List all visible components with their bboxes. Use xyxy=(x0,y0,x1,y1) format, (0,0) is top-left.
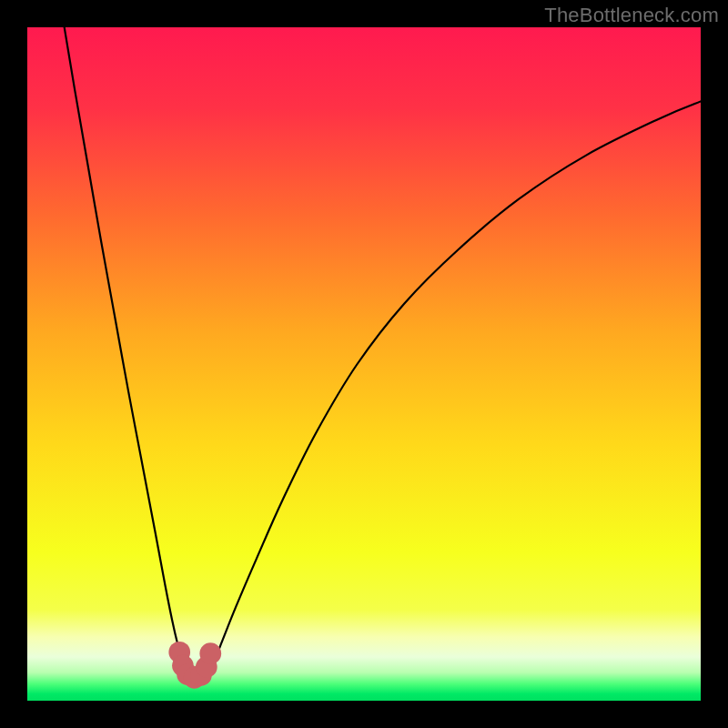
valley-marker xyxy=(199,642,221,664)
plot-area xyxy=(27,27,701,701)
valley-marker-group xyxy=(168,642,221,689)
curve-left-branch xyxy=(65,27,186,671)
curve-right-branch xyxy=(209,101,701,670)
chart-frame: TheBottleneck.com xyxy=(0,0,728,728)
watermark-text: TheBottleneck.com xyxy=(544,4,719,27)
curve-layer xyxy=(27,27,701,701)
